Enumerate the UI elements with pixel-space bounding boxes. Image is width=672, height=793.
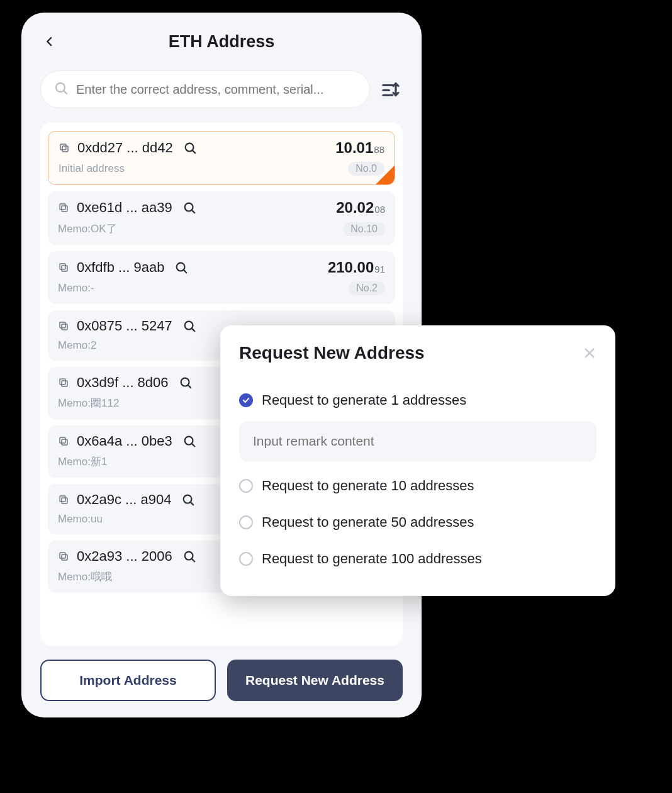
address-card-top-row: 0xe61d ... aa3920.0208 <box>58 199 385 217</box>
request-new-address-modal: Request New Address Request to generate … <box>220 325 615 596</box>
memo-value: - <box>91 282 94 295</box>
magnify-icon[interactable] <box>182 549 196 563</box>
svg-rect-29 <box>62 498 67 503</box>
copy-icon[interactable] <box>58 202 69 213</box>
import-address-button[interactable]: Import Address <box>40 660 216 701</box>
magnify-icon[interactable] <box>183 141 197 155</box>
address-text: 0x3d9f ... 8d06 <box>77 374 169 391</box>
search-row <box>21 70 422 117</box>
address-text: 0x6a4a ... 0be3 <box>77 433 172 449</box>
svg-line-1 <box>64 91 67 94</box>
svg-line-28 <box>192 444 194 446</box>
svg-line-12 <box>192 210 194 213</box>
address-text: 0x0875 ... 5247 <box>77 318 172 334</box>
svg-rect-34 <box>60 553 65 558</box>
address-card-top-row: 0xdd27 ... dd4210.0188 <box>59 139 384 157</box>
address-card[interactable]: 0xfdfb ... 9aab210.0091Memo: -No.2 <box>48 251 395 304</box>
search-input[interactable] <box>76 82 357 97</box>
back-icon[interactable] <box>44 33 55 50</box>
sort-icon[interactable] <box>379 77 403 101</box>
address-card-bottom-row: Initial addressNo.0 <box>59 162 384 176</box>
serial-badge: No.10 <box>343 222 385 236</box>
request-option[interactable]: Request to generate 100 addresses <box>239 541 596 577</box>
address-text: 0x2a93 ... 2006 <box>77 548 172 565</box>
address-card-top-row: 0xfdfb ... 9aab210.0091 <box>58 259 385 276</box>
remark-input-wrap <box>239 419 596 468</box>
close-icon[interactable] <box>583 346 596 360</box>
magnify-icon[interactable] <box>182 201 196 215</box>
svg-rect-5 <box>62 146 68 152</box>
copy-icon[interactable] <box>58 377 69 388</box>
header: ETH Address <box>21 13 422 70</box>
request-option[interactable]: Request to generate 50 addresses <box>239 504 596 541</box>
request-option[interactable]: Request to generate 1 addresses <box>239 382 596 419</box>
address-card[interactable]: 0xe61d ... aa3920.0208Memo: OK了No.10 <box>48 191 395 245</box>
magnify-icon[interactable] <box>182 434 196 448</box>
memo-label: Memo: <box>58 571 91 583</box>
memo-value: 2 <box>91 339 96 352</box>
request-option-label: Request to generate 100 addresses <box>262 551 482 567</box>
balance-main: 10.01 <box>335 139 373 157</box>
svg-rect-14 <box>60 264 65 269</box>
copy-icon[interactable] <box>58 436 69 447</box>
magnify-icon[interactable] <box>182 319 196 333</box>
memo-label: Initial address <box>59 162 125 175</box>
svg-rect-22 <box>60 379 65 385</box>
bottom-bar: Import Address Request New Address <box>21 646 422 717</box>
modal-header: Request New Address <box>239 343 596 363</box>
balance: 20.0208 <box>336 199 385 217</box>
balance-sub: 91 <box>374 264 385 274</box>
svg-line-36 <box>192 559 194 561</box>
memo-value: 新1 <box>91 454 107 469</box>
memo-label: Memo: <box>58 223 91 235</box>
copy-icon[interactable] <box>59 142 70 154</box>
svg-rect-6 <box>60 144 66 150</box>
balance: 10.0188 <box>335 139 384 157</box>
address-text: 0xe61d ... aa39 <box>77 200 172 216</box>
copy-icon[interactable] <box>58 262 69 273</box>
balance-sub: 88 <box>374 144 384 155</box>
address-card[interactable]: 0xdd27 ... dd4210.0188Initial addressNo.… <box>48 131 395 185</box>
svg-rect-33 <box>62 554 67 560</box>
svg-line-32 <box>191 502 193 505</box>
address-card-bottom-row: Memo: -No.2 <box>58 281 385 295</box>
radio-unchecked-icon[interactable] <box>239 552 253 566</box>
svg-line-20 <box>192 329 194 331</box>
radio-unchecked-icon[interactable] <box>239 479 253 493</box>
copy-icon[interactable] <box>58 551 69 562</box>
copy-icon[interactable] <box>58 320 69 332</box>
address-text: 0xdd27 ... dd42 <box>77 140 173 156</box>
search-icon <box>53 81 69 98</box>
search-box[interactable] <box>40 70 370 108</box>
svg-rect-17 <box>62 324 67 330</box>
balance: 210.0091 <box>328 259 385 276</box>
memo-label: Memo: <box>58 397 91 410</box>
address-text: 0xfdfb ... 9aab <box>77 259 164 276</box>
magnify-icon[interactable] <box>181 493 195 507</box>
balance-main: 20.02 <box>336 199 374 217</box>
memo-value: OK了 <box>91 222 117 236</box>
memo-label: Memo: <box>58 339 91 352</box>
balance-main: 210.00 <box>328 259 374 276</box>
radio-unchecked-icon[interactable] <box>239 515 253 529</box>
svg-rect-25 <box>62 439 67 445</box>
magnify-icon[interactable] <box>179 376 193 390</box>
svg-rect-21 <box>62 381 67 386</box>
memo-label: Memo: <box>58 456 91 468</box>
address-card-bottom-row: Memo: OK了No.10 <box>58 222 385 236</box>
request-option-label: Request to generate 1 addresses <box>262 392 466 408</box>
remark-input[interactable] <box>239 421 596 461</box>
memo-label: Memo: <box>58 513 91 526</box>
page-title: ETH Address <box>169 32 275 52</box>
svg-rect-10 <box>60 204 65 210</box>
memo-label: Memo: <box>58 282 91 295</box>
radio-checked-icon[interactable] <box>239 393 253 407</box>
memo-value: uu <box>91 513 103 526</box>
request-new-address-button[interactable]: Request New Address <box>227 660 403 701</box>
magnify-icon[interactable] <box>174 261 188 274</box>
copy-icon[interactable] <box>58 494 69 505</box>
svg-line-16 <box>184 270 186 273</box>
balance-sub: 08 <box>374 204 385 215</box>
memo-value: 哦哦 <box>91 570 112 584</box>
request-option[interactable]: Request to generate 10 addresses <box>239 468 596 504</box>
